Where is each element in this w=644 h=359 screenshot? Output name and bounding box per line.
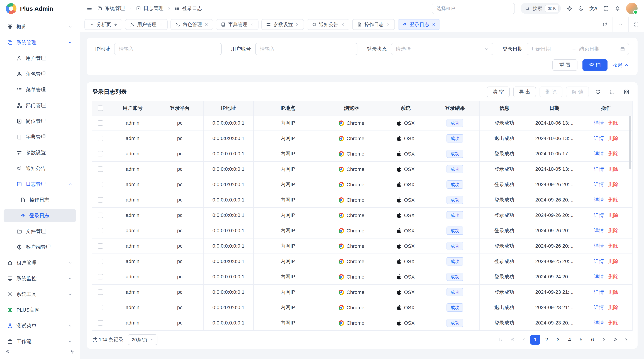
close-icon[interactable] <box>386 22 390 26</box>
sidebar-item[interactable]: 菜单管理 <box>4 83 76 96</box>
settings-button[interactable] <box>566 5 572 11</box>
column-header[interactable]: IP地址 <box>204 101 254 115</box>
pin-sidebar-icon[interactable] <box>70 349 75 354</box>
sidebar-item[interactable]: 概览 <box>4 20 76 34</box>
detail-link[interactable]: 详情 <box>594 120 604 126</box>
detail-link[interactable]: 详情 <box>594 196 604 203</box>
page-number-button[interactable]: 2 <box>542 335 552 345</box>
delete-link[interactable]: 删除 <box>608 196 618 203</box>
tab[interactable]: 用户管理 <box>125 19 168 30</box>
row-checkbox[interactable] <box>98 259 103 264</box>
column-header[interactable]: IP地点 <box>254 101 322 115</box>
sidebar-item[interactable]: 日志管理 <box>4 177 76 191</box>
delete-link[interactable]: 删除 <box>608 273 618 280</box>
delete-link[interactable]: 删除 <box>608 166 618 173</box>
sidebar-item[interactable]: 岗位管理 <box>4 114 76 128</box>
detail-link[interactable]: 详情 <box>594 150 604 157</box>
delete-button[interactable]: 删 除 <box>540 86 562 97</box>
delete-link[interactable]: 删除 <box>608 181 618 188</box>
tab[interactable]: 登录日志 <box>398 19 440 30</box>
tenant-select-input[interactable] <box>432 3 515 14</box>
tab[interactable]: 参数设置 <box>261 19 304 30</box>
column-header[interactable]: 信息 <box>480 101 529 115</box>
column-header[interactable]: 系统 <box>381 101 430 115</box>
fast-prev-button[interactable] <box>507 335 517 345</box>
breadcrumb-item[interactable]: 日志管理 <box>136 5 164 12</box>
first-page-button[interactable] <box>496 335 506 345</box>
sidebar-item[interactable]: 系统工具 <box>4 288 76 301</box>
sidebar-item[interactable]: 通知公告 <box>4 162 76 175</box>
tab[interactable]: 角色管理 <box>170 19 213 30</box>
detail-link[interactable]: 详情 <box>594 320 604 326</box>
column-header[interactable]: 浏览器 <box>322 101 381 115</box>
sidebar-item[interactable]: 角色管理 <box>4 67 76 81</box>
detail-link[interactable]: 详情 <box>594 227 604 234</box>
hamburger-menu-button[interactable] <box>86 5 92 11</box>
row-checkbox[interactable] <box>98 305 103 310</box>
delete-link[interactable]: 删除 <box>608 258 618 265</box>
row-checkbox[interactable] <box>98 228 103 233</box>
collapse-sidebar-icon[interactable] <box>5 349 10 354</box>
tab[interactable]: 操作日志 <box>352 19 395 30</box>
dark-mode-toggle[interactable] <box>578 5 584 11</box>
row-checkbox[interactable] <box>98 197 103 203</box>
detail-link[interactable]: 详情 <box>594 273 604 280</box>
translate-button[interactable]: 文A <box>590 5 598 12</box>
breadcrumb-item[interactable]: 系统管理 <box>97 5 125 12</box>
delete-link[interactable]: 删除 <box>608 289 618 296</box>
select-all-checkbox[interactable] <box>98 105 103 111</box>
unlock-button[interactable]: 解 锁 <box>566 86 589 97</box>
delete-link[interactable]: 删除 <box>608 120 618 126</box>
sidebar-item[interactable]: 参数设置 <box>4 146 76 159</box>
reset-button[interactable]: 重 置 <box>552 59 578 71</box>
row-checkbox[interactable] <box>98 166 103 172</box>
delete-link[interactable]: 删除 <box>608 150 618 157</box>
sidebar-item[interactable]: 操作日志 <box>4 193 76 207</box>
logo[interactable]: Plus Admin <box>0 0 80 17</box>
delete-link[interactable]: 删除 <box>608 304 618 311</box>
fullscreen-table-button[interactable] <box>607 86 618 97</box>
refresh-tab-button[interactable] <box>597 17 612 32</box>
table-scrollbar[interactable] <box>628 116 632 330</box>
column-settings-button[interactable] <box>621 86 632 97</box>
global-search-button[interactable]: 搜索 ⌘ K <box>520 3 561 14</box>
sidebar-item[interactable]: 部门管理 <box>4 99 76 112</box>
sidebar-item[interactable]: 测试菜单 <box>4 319 76 333</box>
ip-input[interactable] <box>114 43 222 55</box>
detail-link[interactable]: 详情 <box>594 258 604 265</box>
collapse-filter-link[interactable]: 收起 <box>612 62 629 68</box>
maximize-content-button[interactable] <box>628 17 644 32</box>
page-number-button[interactable]: 3 <box>553 335 563 345</box>
detail-link[interactable]: 详情 <box>594 181 604 188</box>
close-icon[interactable] <box>159 22 163 26</box>
tab-menu-button[interactable] <box>612 17 628 32</box>
column-header[interactable]: 操作 <box>580 101 632 115</box>
column-header[interactable]: 登录结果 <box>430 101 480 115</box>
delete-link[interactable]: 删除 <box>608 227 618 234</box>
tab[interactable]: 分析页 <box>84 19 122 30</box>
close-icon[interactable] <box>295 22 299 26</box>
row-checkbox[interactable] <box>98 320 103 326</box>
export-button[interactable]: 导 出 <box>513 86 536 97</box>
close-icon[interactable] <box>204 22 208 26</box>
sidebar-item[interactable]: 租户管理 <box>4 256 76 270</box>
row-checkbox[interactable] <box>98 136 103 141</box>
sidebar-item[interactable]: 字典管理 <box>4 130 76 144</box>
delete-link[interactable]: 删除 <box>608 320 618 326</box>
fast-next-button[interactable] <box>610 335 620 345</box>
status-select[interactable]: 请选择 <box>391 43 493 55</box>
fullscreen-button[interactable] <box>603 5 609 11</box>
row-checkbox[interactable] <box>98 213 103 218</box>
detail-link[interactable]: 详情 <box>594 243 604 249</box>
page-number-button[interactable]: 4 <box>564 335 574 345</box>
column-header[interactable]: 日期 <box>529 101 580 115</box>
account-input[interactable] <box>255 43 358 55</box>
column-header[interactable]: 用户账号 <box>109 101 156 115</box>
detail-link[interactable]: 详情 <box>594 304 604 311</box>
row-checkbox[interactable] <box>98 274 103 280</box>
page-number-button[interactable]: 5 <box>576 335 586 345</box>
tab[interactable]: 字典管理 <box>216 19 258 30</box>
page-number-button[interactable]: 1 <box>530 335 540 345</box>
detail-link[interactable]: 详情 <box>594 166 604 173</box>
query-button[interactable]: 查 询 <box>582 59 608 71</box>
